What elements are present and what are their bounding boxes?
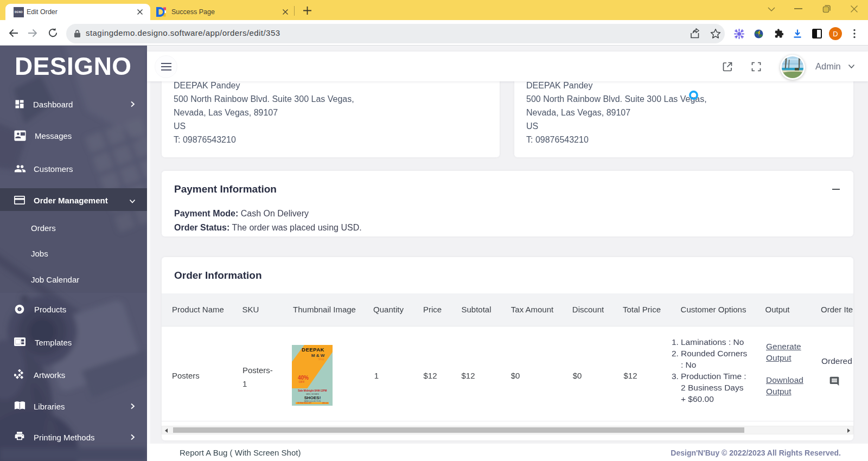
- svg-text:MEN | WOMEN: MEN | WOMEN: [306, 393, 319, 395]
- svg-text:Shop: Shop: [318, 358, 324, 361]
- svg-text:OFF: OFF: [299, 380, 305, 383]
- svg-text:Sale Midnight 8AM-12PM: Sale Midnight 8AM-12PM: [298, 389, 327, 392]
- svg-text:DEEPAK: DEEPAK: [302, 347, 324, 353]
- svg-text:US Wide Stores 24/7: US Wide Stores 24/7: [297, 402, 312, 404]
- svg-text:M & W: M & W: [311, 353, 325, 358]
- svg-text:dnb.com: dnb.com: [322, 402, 328, 404]
